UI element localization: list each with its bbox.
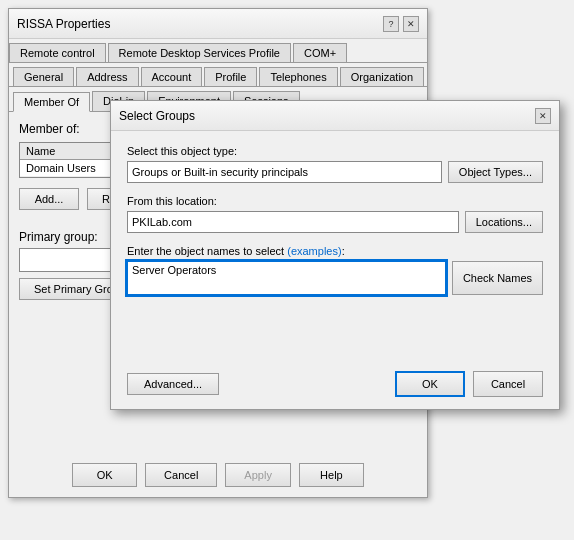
tab-member-of[interactable]: Member Of xyxy=(13,92,90,112)
object-type-row: Object Types... xyxy=(127,161,543,183)
tab-address[interactable]: Address xyxy=(76,67,138,86)
tab-telephones[interactable]: Telephones xyxy=(259,67,337,86)
location-input[interactable] xyxy=(127,211,459,233)
tab-com[interactable]: COM+ xyxy=(293,43,347,62)
location-row: Locations... xyxy=(127,211,543,233)
location-label: From this location: xyxy=(127,195,543,207)
add-button[interactable]: Add... xyxy=(19,188,79,210)
tab-rdsp[interactable]: Remote Desktop Services Profile xyxy=(108,43,291,62)
dialog-ok-button[interactable]: OK xyxy=(395,371,465,397)
tab-row-2a: General Address Account Profile Telephon… xyxy=(9,63,427,87)
examples-link[interactable]: (examples) xyxy=(287,245,341,257)
ok-button[interactable]: OK xyxy=(72,463,137,487)
window-title: RISSA Properties xyxy=(17,17,110,31)
check-names-button[interactable]: Check Names xyxy=(452,261,543,295)
dialog-content: Select this object type: Object Types...… xyxy=(111,131,559,321)
title-bar-controls: ? ✕ xyxy=(383,16,419,32)
names-input[interactable]: Server Operators xyxy=(127,261,446,295)
bottom-button-row: OK Cancel Apply Help xyxy=(9,463,427,487)
object-type-label: Select this object type: xyxy=(127,145,543,157)
advanced-button[interactable]: Advanced... xyxy=(127,373,219,395)
apply-button[interactable]: Apply xyxy=(225,463,291,487)
locations-button[interactable]: Locations... xyxy=(465,211,543,233)
tab-general[interactable]: General xyxy=(13,67,74,86)
select-groups-dialog: Select Groups ✕ Select this object type:… xyxy=(110,100,560,410)
title-bar: RISSA Properties ? ✕ xyxy=(9,9,427,39)
help-button-bottom[interactable]: Help xyxy=(299,463,364,487)
tab-profile[interactable]: Profile xyxy=(204,67,257,86)
dialog-title-bar: Select Groups ✕ xyxy=(111,101,559,131)
dialog-close-button[interactable]: ✕ xyxy=(535,108,551,124)
dialog-bottom: Advanced... OK Cancel xyxy=(111,371,559,397)
cancel-button[interactable]: Cancel xyxy=(145,463,217,487)
names-label: Enter the object names to select (exampl… xyxy=(127,245,543,257)
help-button[interactable]: ? xyxy=(383,16,399,32)
tab-remote-control[interactable]: Remote control xyxy=(9,43,106,62)
names-row: Server Operators Check Names xyxy=(127,261,543,295)
dialog-cancel-button[interactable]: Cancel xyxy=(473,371,543,397)
object-types-button[interactable]: Object Types... xyxy=(448,161,543,183)
dialog-title-text: Select Groups xyxy=(119,109,195,123)
tab-account[interactable]: Account xyxy=(141,67,203,86)
tab-row-1: Remote control Remote Desktop Services P… xyxy=(9,39,427,63)
object-type-input[interactable] xyxy=(127,161,442,183)
tab-organization[interactable]: Organization xyxy=(340,67,424,86)
close-button[interactable]: ✕ xyxy=(403,16,419,32)
dialog-ok-cancel: OK Cancel xyxy=(395,371,543,397)
